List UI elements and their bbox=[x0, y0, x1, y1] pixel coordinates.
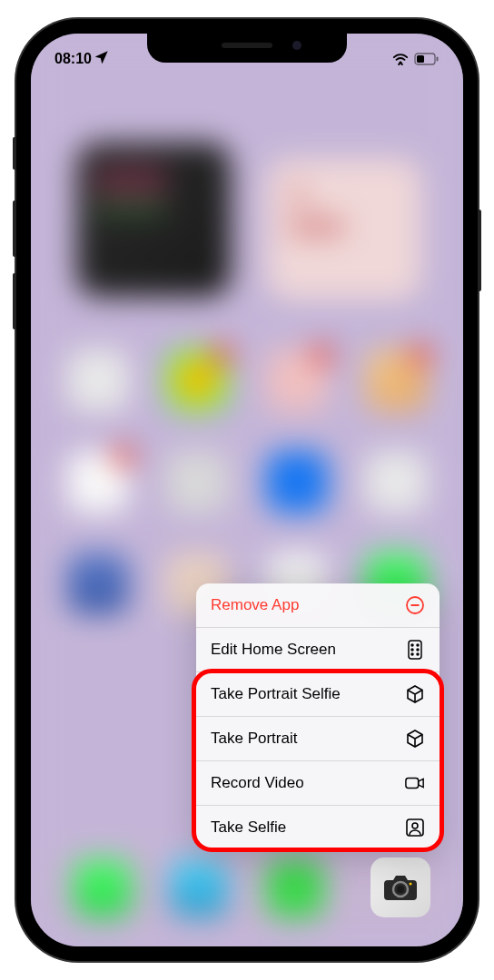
context-menu: Remove App Edit Home Screen bbox=[196, 583, 440, 849]
blurred-app bbox=[365, 349, 427, 411]
blurred-app bbox=[266, 349, 328, 411]
battery-icon bbox=[414, 53, 440, 65]
apps-grid-icon bbox=[405, 640, 425, 660]
app-row bbox=[67, 349, 427, 411]
notch bbox=[147, 34, 347, 63]
cube-icon bbox=[405, 684, 425, 704]
blurred-app bbox=[166, 451, 228, 513]
status-right bbox=[392, 48, 440, 70]
svg-point-11 bbox=[417, 644, 419, 646]
menu-item-label: Take Selfie bbox=[211, 818, 286, 837]
menu-item-edit-homescreen[interactable]: Edit Home Screen bbox=[196, 628, 440, 672]
svg-rect-3 bbox=[437, 57, 439, 62]
menu-item-take-selfie[interactable]: Take Selfie bbox=[196, 806, 440, 849]
menu-item-label: Remove App bbox=[211, 596, 299, 614]
wifi-icon bbox=[392, 53, 409, 65]
menu-item-remove-app[interactable]: Remove App bbox=[196, 583, 440, 628]
iphone-frame: 08:10 bbox=[16, 19, 478, 961]
svg-point-14 bbox=[411, 653, 413, 655]
video-camera-icon bbox=[405, 773, 425, 793]
volume-down-button bbox=[13, 273, 16, 329]
menu-item-take-portrait[interactable]: Take Portrait bbox=[196, 717, 440, 761]
cube-icon bbox=[405, 729, 425, 749]
svg-point-18 bbox=[412, 823, 418, 828]
svg-rect-16 bbox=[406, 779, 419, 789]
location-icon bbox=[95, 51, 108, 67]
svg-point-0 bbox=[400, 62, 402, 64]
menu-item-label: Edit Home Screen bbox=[211, 641, 336, 659]
svg-point-15 bbox=[417, 653, 419, 655]
dock-app bbox=[170, 859, 228, 917]
svg-point-13 bbox=[417, 649, 419, 651]
menu-item-label: Take Portrait Selfie bbox=[211, 685, 341, 703]
volume-up-button bbox=[13, 201, 16, 257]
blurred-app bbox=[67, 349, 129, 411]
mute-switch bbox=[13, 137, 16, 170]
menu-item-label: Take Portrait bbox=[211, 730, 297, 748]
svg-rect-2 bbox=[417, 55, 424, 63]
blurred-app bbox=[67, 553, 129, 614]
dock-app bbox=[266, 859, 324, 917]
camera-app-icon[interactable] bbox=[370, 858, 430, 917]
svg-point-5 bbox=[397, 886, 404, 893]
menu-item-label: Record Video bbox=[211, 774, 304, 792]
menu-item-take-portrait-selfie[interactable]: Take Portrait Selfie bbox=[196, 672, 440, 717]
remove-circle-icon bbox=[405, 595, 425, 615]
camera-icon bbox=[382, 873, 419, 902]
svg-point-12 bbox=[411, 649, 413, 651]
svg-rect-9 bbox=[409, 641, 421, 659]
person-square-icon bbox=[405, 818, 425, 838]
widget-dark bbox=[76, 142, 231, 297]
blurred-app bbox=[266, 451, 328, 513]
status-left: 08:10 bbox=[54, 48, 108, 70]
blurred-app bbox=[67, 451, 129, 513]
menu-item-record-video[interactable]: Record Video bbox=[196, 761, 440, 806]
svg-point-6 bbox=[410, 883, 412, 886]
blurred-app bbox=[166, 349, 228, 411]
screen: 08:10 bbox=[31, 34, 463, 946]
svg-point-10 bbox=[411, 644, 413, 646]
status-time: 08:10 bbox=[54, 51, 92, 67]
blurred-app bbox=[365, 451, 427, 513]
app-row bbox=[67, 451, 427, 513]
power-button bbox=[478, 210, 481, 291]
widget-light bbox=[267, 159, 421, 299]
dock-app bbox=[74, 859, 132, 917]
